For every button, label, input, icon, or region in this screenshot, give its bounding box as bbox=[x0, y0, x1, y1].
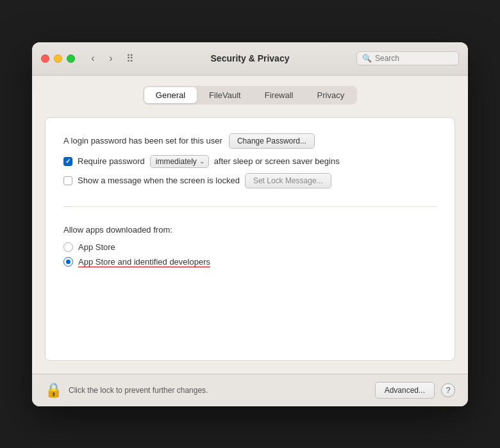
app-store-radio-row: App Store bbox=[63, 242, 437, 252]
set-lock-message-button[interactable]: Set Lock Message... bbox=[245, 173, 331, 188]
tab-group: General FileVault Firewall Privacy bbox=[143, 86, 357, 104]
search-input[interactable] bbox=[375, 54, 453, 63]
help-button[interactable]: ? bbox=[441, 383, 455, 397]
app-store-developers-radio-row: App Store and identified developers bbox=[63, 257, 437, 267]
app-store-radio[interactable] bbox=[63, 242, 73, 252]
show-message-checkbox[interactable] bbox=[63, 176, 72, 185]
close-button[interactable] bbox=[41, 54, 49, 63]
forward-button[interactable]: › bbox=[103, 51, 119, 66]
app-store-developers-text: App Store and identified developers bbox=[78, 257, 210, 267]
password-label: A login password has been set for this u… bbox=[63, 136, 222, 145]
traffic-lights bbox=[41, 54, 75, 63]
settings-window: ‹ › ⠿ Security & Privacy 🔍 General FileV… bbox=[32, 42, 468, 406]
require-password-row: Require password immediately ⌄ after sle… bbox=[63, 155, 437, 168]
back-button[interactable]: ‹ bbox=[85, 51, 101, 66]
password-timing-value: immediately bbox=[156, 157, 197, 166]
search-icon: 🔍 bbox=[362, 54, 372, 63]
require-password-checkbox[interactable] bbox=[63, 157, 72, 166]
maximize-button[interactable] bbox=[67, 54, 75, 63]
titlebar: ‹ › ⠿ Security & Privacy 🔍 bbox=[32, 42, 468, 76]
show-message-row: Show a message when the screen is locked… bbox=[63, 173, 437, 188]
tab-filevault[interactable]: FileVault bbox=[197, 87, 253, 103]
show-message-label: Show a message when the screen is locked bbox=[78, 176, 240, 185]
lock-area[interactable]: 🔒 Click the lock to prevent further chan… bbox=[45, 382, 208, 399]
bottom-right: Advanced... ? bbox=[375, 382, 455, 399]
require-password-label: Require password bbox=[78, 156, 145, 166]
tab-bar: General FileVault Firewall Privacy bbox=[45, 86, 455, 104]
require-password-after-label: after sleep or screen saver begins bbox=[214, 156, 340, 166]
app-store-developers-radio[interactable] bbox=[63, 257, 73, 267]
divider bbox=[63, 206, 437, 207]
password-row: A login password has been set for this u… bbox=[63, 133, 437, 149]
tab-privacy[interactable]: Privacy bbox=[306, 87, 356, 103]
app-store-label: App Store bbox=[78, 242, 115, 252]
search-bar[interactable]: 🔍 bbox=[356, 51, 459, 65]
lock-text: Click the lock to prevent further change… bbox=[69, 386, 208, 395]
minimize-button[interactable] bbox=[54, 54, 62, 63]
bottom-bar: 🔒 Click the lock to prevent further chan… bbox=[32, 374, 468, 406]
dropdown-arrow-icon: ⌄ bbox=[199, 158, 204, 165]
window-title: Security & Privacy bbox=[211, 53, 290, 63]
password-timing-dropdown[interactable]: immediately ⌄ bbox=[150, 155, 209, 168]
advanced-button[interactable]: Advanced... bbox=[375, 382, 435, 399]
nav-buttons: ‹ › bbox=[85, 51, 119, 66]
grid-icon: ⠿ bbox=[126, 53, 134, 65]
app-store-developers-label: App Store and identified developers bbox=[78, 257, 210, 267]
change-password-button[interactable]: Change Password... bbox=[229, 133, 315, 149]
settings-panel: A login password has been set for this u… bbox=[45, 117, 455, 361]
allow-apps-label: Allow apps downloaded from: bbox=[63, 225, 437, 235]
lock-icon: 🔒 bbox=[45, 382, 62, 399]
tab-general[interactable]: General bbox=[144, 87, 197, 103]
main-content: General FileVault Firewall Privacy A log… bbox=[32, 76, 468, 374]
tab-firewall[interactable]: Firewall bbox=[253, 87, 305, 103]
